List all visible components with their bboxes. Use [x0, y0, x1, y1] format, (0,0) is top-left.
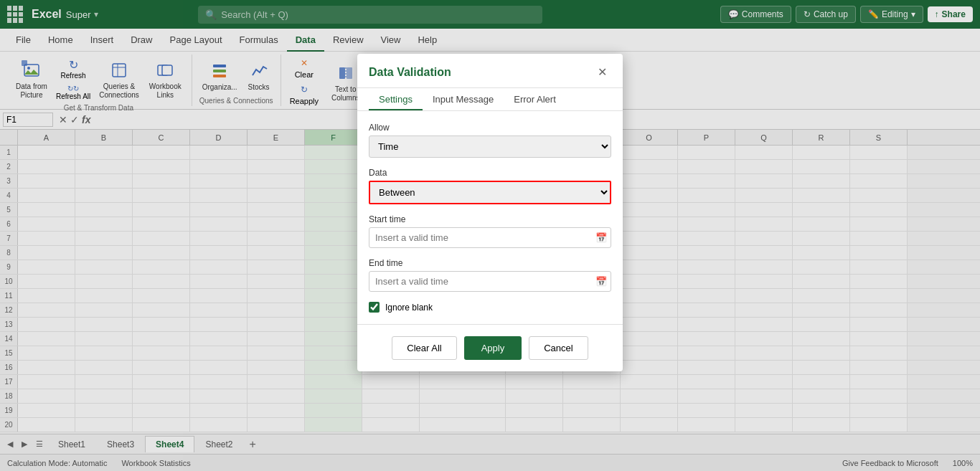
- cancel-button[interactable]: Cancel: [529, 336, 588, 360]
- data-label: Data: [369, 168, 611, 178]
- allow-group: Allow Any value Whole number Decimal Lis…: [369, 123, 611, 158]
- modal-tab-settings[interactable]: Settings: [369, 88, 423, 110]
- modal-footer: Clear All Apply Cancel: [357, 324, 623, 371]
- ignore-blank-row: Ignore blank: [369, 302, 611, 313]
- modal-overlay: Data Validation ✕ Settings Input Message…: [0, 0, 980, 471]
- data-select[interactable]: Between Not between Equal to Not equal t…: [369, 181, 611, 204]
- data-group: Data Between Not between Equal to Not eq…: [369, 168, 611, 204]
- modal-title: Data Validation: [369, 66, 451, 79]
- end-time-input[interactable]: [369, 271, 611, 292]
- modal-tab-input-message[interactable]: Input Message: [423, 88, 504, 110]
- modal-close-button[interactable]: ✕: [593, 64, 611, 80]
- end-time-label: End time: [369, 258, 611, 268]
- ignore-blank-checkbox[interactable]: [369, 302, 380, 313]
- start-time-calendar-icon[interactable]: 📅: [595, 232, 607, 243]
- start-time-input[interactable]: [369, 227, 611, 248]
- ignore-blank-label[interactable]: Ignore blank: [385, 303, 433, 313]
- allow-label: Allow: [369, 123, 611, 133]
- allow-select[interactable]: Any value Whole number Decimal List Date…: [369, 135, 611, 158]
- data-validation-modal: Data Validation ✕ Settings Input Message…: [357, 54, 623, 371]
- start-time-group: Start time 📅: [369, 214, 611, 248]
- apply-button[interactable]: Apply: [464, 336, 522, 360]
- modal-tabs: Settings Input Message Error Alert: [357, 88, 623, 111]
- modal-body: Allow Any value Whole number Decimal Lis…: [357, 111, 623, 324]
- start-time-label: Start time: [369, 214, 611, 224]
- modal-header: Data Validation ✕: [357, 54, 623, 88]
- end-time-calendar-icon[interactable]: 📅: [595, 276, 607, 287]
- modal-tab-error-alert[interactable]: Error Alert: [504, 88, 566, 110]
- clear-all-button[interactable]: Clear All: [392, 336, 456, 360]
- end-time-group: End time 📅: [369, 258, 611, 292]
